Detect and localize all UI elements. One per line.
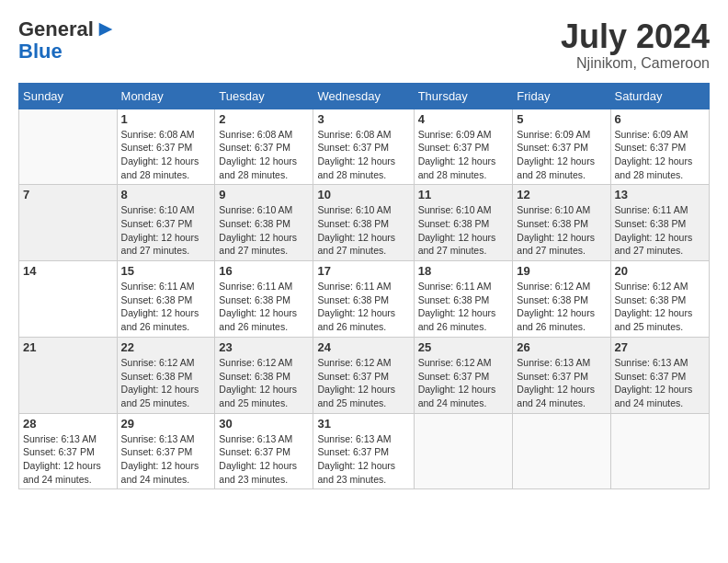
day-number: 20 bbox=[615, 264, 705, 278]
day-info: Sunrise: 6:12 AMSunset: 6:38 PMDaylight:… bbox=[219, 356, 309, 410]
calendar-cell: 17Sunrise: 6:11 AMSunset: 6:38 PMDayligh… bbox=[313, 261, 414, 338]
day-number: 3 bbox=[317, 112, 409, 126]
day-number: 17 bbox=[317, 264, 409, 278]
calendar-cell bbox=[610, 413, 709, 489]
calendar-cell: 13Sunrise: 6:11 AMSunset: 6:38 PMDayligh… bbox=[610, 185, 709, 261]
day-info: Sunrise: 6:10 AMSunset: 6:38 PMDaylight:… bbox=[517, 203, 606, 258]
day-info: Sunrise: 6:09 AMSunset: 6:37 PMDaylight:… bbox=[517, 128, 606, 182]
calendar-cell: 23Sunrise: 6:12 AMSunset: 6:38 PMDayligh… bbox=[215, 337, 313, 413]
calendar-cell bbox=[513, 413, 610, 489]
day-info: Sunrise: 6:12 AMSunset: 6:38 PMDaylight:… bbox=[615, 280, 705, 334]
day-number: 21 bbox=[23, 340, 113, 354]
day-number: 31 bbox=[317, 417, 409, 431]
calendar-cell: 8Sunrise: 6:10 AMSunset: 6:37 PMDaylight… bbox=[117, 185, 215, 261]
day-number: 24 bbox=[317, 340, 409, 354]
day-number: 14 bbox=[23, 264, 113, 278]
header: General Blue July 2024 Njinikom, Cameroo… bbox=[18, 18, 710, 72]
day-info: Sunrise: 6:12 AMSunset: 6:38 PMDaylight:… bbox=[517, 280, 606, 334]
day-number: 23 bbox=[219, 340, 309, 354]
calendar-cell: 10Sunrise: 6:10 AMSunset: 6:38 PMDayligh… bbox=[313, 185, 414, 261]
day-info: Sunrise: 6:09 AMSunset: 6:37 PMDaylight:… bbox=[615, 128, 705, 182]
calendar-cell: 3Sunrise: 6:08 AMSunset: 6:37 PMDaylight… bbox=[313, 109, 414, 185]
day-number: 12 bbox=[517, 188, 606, 201]
day-number: 19 bbox=[517, 264, 606, 278]
col-thursday: Thursday bbox=[414, 83, 513, 109]
svg-marker-0 bbox=[99, 23, 113, 37]
day-info: Sunrise: 6:13 AMSunset: 6:37 PMDaylight:… bbox=[517, 356, 606, 410]
day-info: Sunrise: 6:12 AMSunset: 6:37 PMDaylight:… bbox=[418, 356, 509, 410]
calendar-cell: 6Sunrise: 6:09 AMSunset: 6:37 PMDaylight… bbox=[610, 109, 709, 185]
day-info: Sunrise: 6:10 AMSunset: 6:38 PMDaylight:… bbox=[317, 203, 409, 258]
day-info: Sunrise: 6:10 AMSunset: 6:37 PMDaylight:… bbox=[121, 203, 211, 258]
day-number: 13 bbox=[615, 188, 705, 201]
calendar-cell: 31Sunrise: 6:13 AMSunset: 6:37 PMDayligh… bbox=[313, 413, 414, 489]
week-row-0: 1Sunrise: 6:08 AMSunset: 6:37 PMDaylight… bbox=[19, 109, 710, 185]
logo-icon bbox=[96, 19, 116, 40]
calendar-cell: 26Sunrise: 6:13 AMSunset: 6:37 PMDayligh… bbox=[513, 337, 610, 413]
calendar-cell: 27Sunrise: 6:13 AMSunset: 6:37 PMDayligh… bbox=[610, 337, 709, 413]
day-number: 27 bbox=[615, 340, 705, 354]
calendar-cell: 1Sunrise: 6:08 AMSunset: 6:37 PMDaylight… bbox=[117, 109, 215, 185]
calendar-table: Sunday Monday Tuesday Wednesday Thursday… bbox=[18, 83, 710, 490]
calendar-cell: 24Sunrise: 6:12 AMSunset: 6:37 PMDayligh… bbox=[313, 337, 414, 413]
day-number: 11 bbox=[418, 188, 509, 201]
col-monday: Monday bbox=[117, 83, 215, 109]
day-info: Sunrise: 6:12 AMSunset: 6:38 PMDaylight:… bbox=[121, 356, 211, 410]
day-number: 2 bbox=[219, 112, 309, 126]
day-info: Sunrise: 6:13 AMSunset: 6:37 PMDaylight:… bbox=[23, 432, 113, 487]
title-block: July 2024 Njinikom, Cameroon bbox=[561, 18, 710, 72]
week-row-4: 28Sunrise: 6:13 AMSunset: 6:37 PMDayligh… bbox=[19, 413, 710, 489]
day-number: 15 bbox=[121, 264, 211, 278]
week-row-3: 2122Sunrise: 6:12 AMSunset: 6:38 PMDayli… bbox=[19, 337, 710, 413]
day-info: Sunrise: 6:09 AMSunset: 6:37 PMDaylight:… bbox=[418, 128, 509, 182]
col-friday: Friday bbox=[513, 83, 610, 109]
day-number: 22 bbox=[121, 340, 211, 354]
calendar-cell: 14 bbox=[19, 261, 118, 338]
day-info: Sunrise: 6:13 AMSunset: 6:37 PMDaylight:… bbox=[317, 432, 409, 487]
logo: General Blue bbox=[18, 18, 116, 63]
day-number: 4 bbox=[418, 112, 509, 126]
day-number: 5 bbox=[517, 112, 606, 126]
day-info: Sunrise: 6:11 AMSunset: 6:38 PMDaylight:… bbox=[317, 280, 409, 334]
day-info: Sunrise: 6:13 AMSunset: 6:37 PMDaylight:… bbox=[615, 356, 705, 410]
day-number: 16 bbox=[219, 264, 309, 278]
calendar-cell: 16Sunrise: 6:11 AMSunset: 6:38 PMDayligh… bbox=[215, 261, 313, 338]
calendar-cell: 22Sunrise: 6:12 AMSunset: 6:38 PMDayligh… bbox=[117, 337, 215, 413]
day-info: Sunrise: 6:12 AMSunset: 6:37 PMDaylight:… bbox=[317, 356, 409, 410]
calendar-cell: 2Sunrise: 6:08 AMSunset: 6:37 PMDaylight… bbox=[215, 109, 313, 185]
day-number: 29 bbox=[121, 417, 211, 431]
day-info: Sunrise: 6:11 AMSunset: 6:38 PMDaylight:… bbox=[615, 203, 705, 258]
calendar-cell: 28Sunrise: 6:13 AMSunset: 6:37 PMDayligh… bbox=[19, 413, 118, 489]
week-row-2: 1415Sunrise: 6:11 AMSunset: 6:38 PMDayli… bbox=[19, 261, 710, 338]
col-tuesday: Tuesday bbox=[215, 83, 313, 109]
day-info: Sunrise: 6:10 AMSunset: 6:38 PMDaylight:… bbox=[219, 203, 309, 258]
calendar-cell: 15Sunrise: 6:11 AMSunset: 6:38 PMDayligh… bbox=[117, 261, 215, 338]
day-number: 10 bbox=[317, 188, 409, 201]
day-number: 6 bbox=[615, 112, 705, 126]
calendar-cell: 7 bbox=[19, 185, 118, 261]
logo-blue-text: Blue bbox=[18, 40, 63, 63]
day-info: Sunrise: 6:13 AMSunset: 6:37 PMDaylight:… bbox=[121, 432, 211, 487]
day-info: Sunrise: 6:08 AMSunset: 6:37 PMDaylight:… bbox=[121, 128, 211, 182]
calendar-cell bbox=[414, 413, 513, 489]
calendar-cell: 25Sunrise: 6:12 AMSunset: 6:37 PMDayligh… bbox=[414, 337, 513, 413]
calendar-cell: 21 bbox=[19, 337, 118, 413]
day-number: 8 bbox=[121, 188, 211, 201]
day-number: 18 bbox=[418, 264, 509, 278]
week-row-1: 78Sunrise: 6:10 AMSunset: 6:37 PMDayligh… bbox=[19, 185, 710, 261]
calendar-cell: 29Sunrise: 6:13 AMSunset: 6:37 PMDayligh… bbox=[117, 413, 215, 489]
calendar-cell: 18Sunrise: 6:11 AMSunset: 6:38 PMDayligh… bbox=[414, 261, 513, 338]
calendar-cell bbox=[19, 109, 118, 185]
header-row: Sunday Monday Tuesday Wednesday Thursday… bbox=[19, 83, 710, 109]
day-info: Sunrise: 6:11 AMSunset: 6:38 PMDaylight:… bbox=[418, 280, 509, 334]
day-info: Sunrise: 6:10 AMSunset: 6:38 PMDaylight:… bbox=[418, 203, 509, 258]
day-info: Sunrise: 6:11 AMSunset: 6:38 PMDaylight:… bbox=[121, 280, 211, 334]
calendar-cell: 30Sunrise: 6:13 AMSunset: 6:37 PMDayligh… bbox=[215, 413, 313, 489]
day-info: Sunrise: 6:11 AMSunset: 6:38 PMDaylight:… bbox=[219, 280, 309, 334]
day-info: Sunrise: 6:08 AMSunset: 6:37 PMDaylight:… bbox=[317, 128, 409, 182]
day-number: 26 bbox=[517, 340, 606, 354]
day-number: 7 bbox=[23, 188, 113, 201]
calendar-cell: 19Sunrise: 6:12 AMSunset: 6:38 PMDayligh… bbox=[513, 261, 610, 338]
calendar-cell: 4Sunrise: 6:09 AMSunset: 6:37 PMDaylight… bbox=[414, 109, 513, 185]
day-number: 1 bbox=[121, 112, 211, 126]
